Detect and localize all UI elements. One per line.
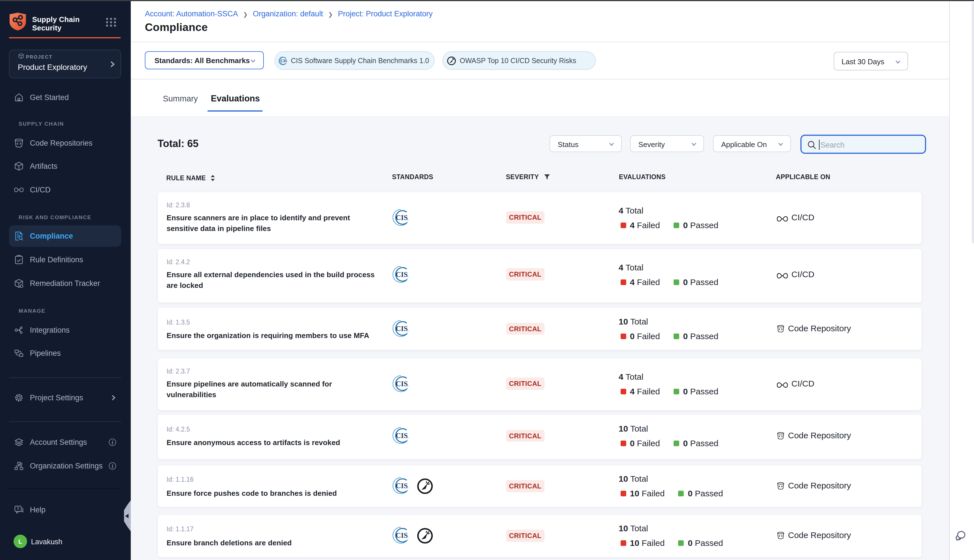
svg-text:CIS: CIS	[396, 482, 408, 490]
svg-text:CIS: CIS	[280, 59, 287, 63]
svg-text:CIS: CIS	[396, 431, 408, 440]
svg-text:CIS: CIS	[396, 531, 408, 540]
svg-text:CIS: CIS	[396, 213, 408, 222]
svg-text:CIS: CIS	[396, 380, 408, 388]
svg-text:CIS: CIS	[396, 324, 408, 332]
svg-text:CIS: CIS	[396, 270, 408, 278]
svg-text:?: ?	[17, 507, 19, 511]
